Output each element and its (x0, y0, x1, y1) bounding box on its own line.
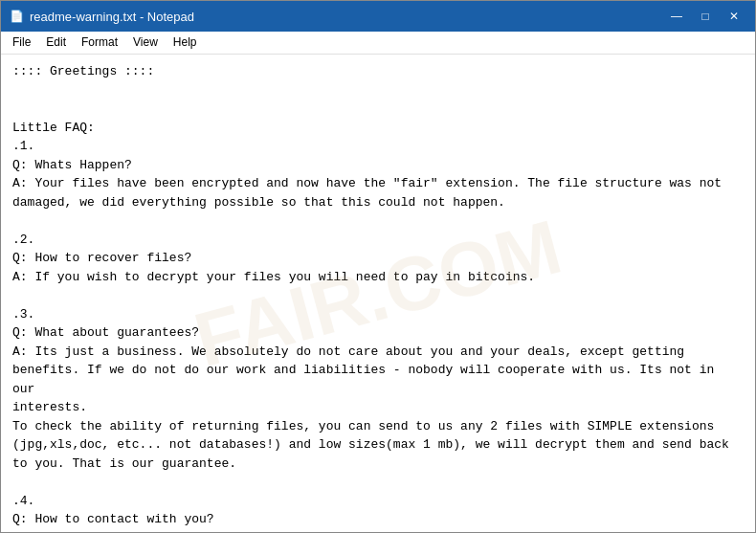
notepad-icon: 📄 (9, 9, 24, 24)
menu-file[interactable]: File (5, 33, 38, 52)
close-button[interactable]: ✕ (721, 7, 747, 26)
title-bar-left: 📄 readme-warning.txt - Notepad (9, 9, 194, 24)
window-controls: — □ ✕ (663, 7, 747, 26)
menu-help[interactable]: Help (166, 33, 205, 52)
title-bar: 📄 readme-warning.txt - Notepad — □ ✕ (1, 1, 755, 32)
menu-bar: File Edit Format View Help (1, 32, 755, 55)
window-title: readme-warning.txt - Notepad (30, 10, 194, 24)
maximize-button[interactable]: □ (692, 7, 719, 26)
menu-format[interactable]: Format (74, 33, 125, 52)
document-text: :::: Greetings :::: Little FAQ: .1. Q: W… (12, 62, 744, 532)
menu-view[interactable]: View (125, 33, 166, 52)
text-content-area[interactable]: FAIR.COM :::: Greetings :::: Little FAQ:… (1, 55, 755, 532)
minimize-button[interactable]: — (663, 7, 690, 26)
notepad-window: 📄 readme-warning.txt - Notepad — □ ✕ Fil… (0, 0, 756, 533)
menu-edit[interactable]: Edit (38, 33, 74, 52)
